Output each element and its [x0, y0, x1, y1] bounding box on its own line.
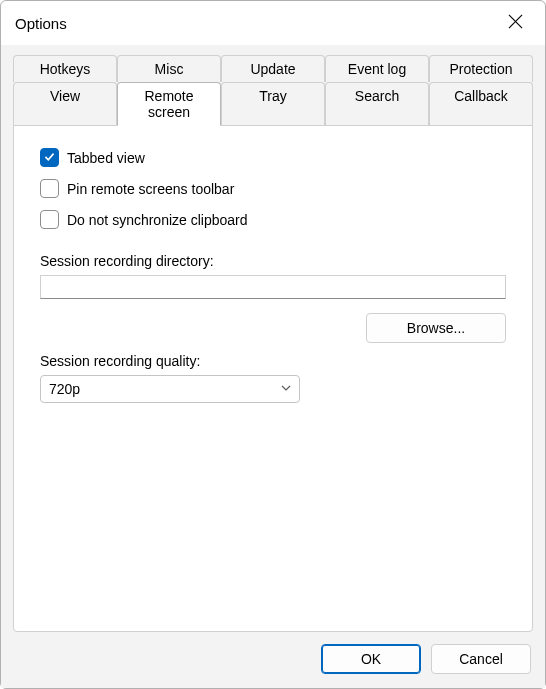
checkbox-box: [40, 179, 59, 198]
recording-dir-label: Session recording directory:: [40, 253, 506, 269]
tabbed-view-checkbox[interactable]: Tabbed view: [40, 148, 506, 167]
cancel-button[interactable]: Cancel: [431, 644, 531, 674]
tab-event-log[interactable]: Event log: [325, 55, 429, 82]
ok-button[interactable]: OK: [321, 644, 421, 674]
remote-screen-panel: Tabbed view Pin remote screens toolbar D…: [13, 125, 533, 632]
checkbox-box: [40, 148, 59, 167]
options-dialog: Options Hotkeys Misc Update Event log Pr…: [0, 0, 546, 689]
browse-button[interactable]: Browse...: [366, 313, 506, 343]
close-icon: [508, 14, 523, 32]
tab-search[interactable]: Search: [325, 82, 429, 126]
recording-quality-label: Session recording quality:: [40, 353, 506, 369]
tab-update[interactable]: Update: [221, 55, 325, 82]
tab-tray[interactable]: Tray: [221, 82, 325, 126]
tab-remote-screen[interactable]: Remote screen: [117, 82, 221, 126]
tab-strip: Hotkeys Misc Update Event log Protection…: [13, 55, 533, 126]
client-area: Hotkeys Misc Update Event log Protection…: [1, 45, 545, 688]
checkmark-icon: [43, 150, 56, 166]
recording-dir-input[interactable]: [40, 275, 506, 299]
tab-misc[interactable]: Misc: [117, 55, 221, 82]
tab-protection[interactable]: Protection: [429, 55, 533, 82]
window-title: Options: [15, 15, 67, 32]
dialog-footer: OK Cancel: [13, 632, 533, 676]
tab-callback[interactable]: Callback: [429, 82, 533, 126]
pin-toolbar-checkbox[interactable]: Pin remote screens toolbar: [40, 179, 506, 198]
tab-view[interactable]: View: [13, 82, 117, 126]
tab-hotkeys[interactable]: Hotkeys: [13, 55, 117, 82]
recording-quality-select[interactable]: 720p: [40, 375, 300, 403]
close-button[interactable]: [495, 6, 535, 40]
titlebar: Options: [1, 1, 545, 45]
checkbox-box: [40, 210, 59, 229]
checkbox-label: Do not synchronize clipboard: [67, 212, 248, 228]
checkbox-label: Tabbed view: [67, 150, 145, 166]
checkbox-label: Pin remote screens toolbar: [67, 181, 234, 197]
no-sync-clipboard-checkbox[interactable]: Do not synchronize clipboard: [40, 210, 506, 229]
